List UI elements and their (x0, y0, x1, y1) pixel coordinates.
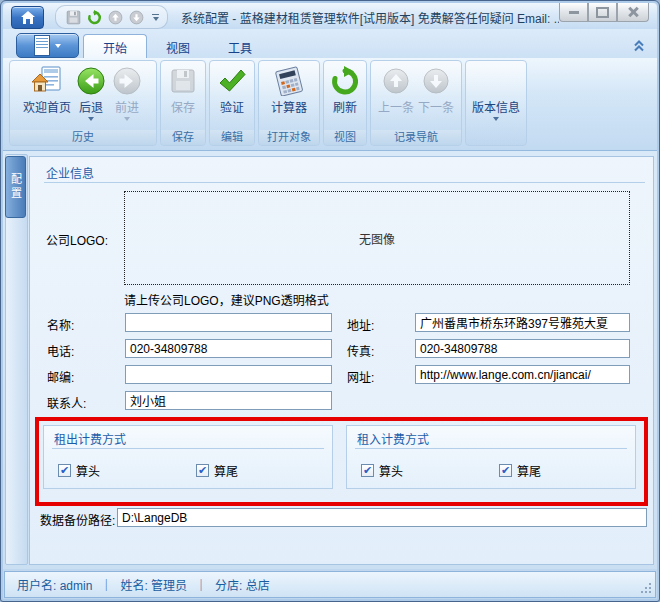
home-icon (21, 11, 35, 24)
contact-field[interactable] (125, 391, 332, 410)
checkbox-icon: ✔ (58, 464, 71, 477)
up-circle-icon (380, 65, 412, 97)
status-separator: ｜ (100, 576, 112, 593)
quick-up-button[interactable] (106, 8, 124, 26)
collapse-ribbon-button[interactable] (633, 38, 645, 56)
name-label: 名称: (47, 316, 74, 333)
titlebar: 系统配置 - 蓝格建材租赁管理软件[试用版本] 免费解答任何疑问 Email: … (3, 3, 657, 29)
button-label: 刷新 (333, 98, 357, 115)
quick-save-button[interactable] (64, 8, 82, 26)
backup-path-field[interactable] (117, 508, 647, 527)
group-divider (355, 448, 627, 449)
checkbox-label: 算头 (76, 462, 100, 479)
group-divider (52, 448, 324, 449)
company-logo-dropzone[interactable]: 无图像 (124, 191, 630, 285)
rent-in-count-head-checkbox[interactable]: ✔ 算头 (361, 462, 403, 479)
status-realname: 姓名: 管理员 (120, 576, 187, 593)
group-caption-save: 保存 (161, 130, 205, 145)
logo-upload-hint: 请上传公司LOGO，建议PNG透明格式 (124, 291, 329, 308)
button-label: 保存 (171, 98, 195, 115)
up-circle-icon (108, 10, 123, 25)
company-logo-label: 公司LOGO: (46, 231, 108, 248)
rent-out-count-tail-checkbox[interactable]: ✔ 算尾 (196, 462, 238, 479)
next-record-button[interactable]: 下一条 (416, 64, 456, 116)
green-check-icon (216, 65, 248, 97)
button-label: 计算器 (271, 98, 307, 115)
checkbox-label: 算尾 (517, 462, 541, 479)
group-title: 租出计费方式 (54, 430, 126, 447)
maximize-button[interactable] (588, 3, 617, 22)
button-label: 前进 (115, 98, 139, 115)
fax-field[interactable] (415, 339, 630, 358)
verify-button[interactable]: 验证 (214, 64, 250, 116)
group-caption-version (466, 130, 526, 145)
button-label: 验证 (220, 98, 244, 115)
tab-view[interactable]: 视图 (147, 34, 209, 58)
status-separator: ｜ (195, 576, 207, 593)
double-chevron-up-icon (633, 40, 645, 52)
side-panel-tab[interactable]: 配置 (5, 156, 26, 218)
quick-down-button[interactable] (127, 8, 145, 26)
enterprise-info-panel: 企业信息 公司LOGO: 无图像 请上传公司LOGO，建议PNG透明格式 名称:… (29, 156, 654, 565)
minimize-button[interactable] (559, 3, 588, 22)
address-field[interactable] (415, 313, 630, 332)
checkbox-label: 算头 (379, 462, 403, 479)
welcome-home-button[interactable]: 欢迎首页 (21, 64, 73, 116)
refresh-button[interactable]: 刷新 (327, 64, 363, 116)
app-menu-button[interactable] (16, 33, 79, 58)
customize-toolbar-caret[interactable] (152, 14, 159, 21)
button-label: 上一条 (378, 98, 414, 115)
status-branch: 分店: 总店 (215, 576, 270, 593)
rent-in-count-tail-checkbox[interactable]: ✔ 算尾 (499, 462, 541, 479)
quick-refresh-button[interactable] (85, 8, 103, 26)
rent-out-count-head-checkbox[interactable]: ✔ 算头 (58, 462, 100, 479)
rent-in-billing-group: 租入计费方式 ✔ 算头 ✔ 算尾 (346, 425, 636, 489)
group-caption-open-objects: 打开对象 (259, 130, 319, 145)
window-controls (559, 3, 649, 22)
ribbon-group-open-objects: 计算器 打开对象 (258, 60, 320, 146)
ribbon-group-view: 刷新 视图 (323, 60, 367, 146)
calculator-button[interactable]: 计算器 (269, 64, 309, 116)
tab-tools[interactable]: 工具 (209, 34, 271, 58)
group-caption-view: 视图 (324, 130, 366, 145)
group-caption-record-nav: 记录导航 (371, 130, 461, 145)
phone-label: 电话: (47, 342, 74, 359)
app-window: 系统配置 - 蓝格建材租赁管理软件[试用版本] 免费解答任何疑问 Email: … (0, 0, 660, 602)
zip-field[interactable] (125, 365, 332, 384)
ribbon-tabs: 开始 视图 工具 (83, 34, 271, 58)
ribbon: 欢迎首页 后退 (3, 58, 657, 151)
phone-field[interactable] (125, 339, 332, 358)
refresh-icon (329, 65, 361, 97)
website-label: 网址: (347, 368, 374, 385)
checkbox-label: 算尾 (214, 462, 238, 479)
website-field[interactable] (415, 365, 630, 384)
dropdown-caret-icon (124, 117, 130, 121)
ribbon-group-history: 欢迎首页 后退 (9, 60, 157, 146)
ribbon-group-save: 保存 保存 (160, 60, 206, 146)
save-icon (66, 10, 81, 25)
group-caption-edit: 编辑 (210, 130, 254, 145)
checkbox-icon: ✔ (499, 464, 512, 477)
resize-grip[interactable] (638, 580, 652, 594)
name-field[interactable] (125, 313, 332, 332)
previous-record-button[interactable]: 上一条 (376, 64, 416, 116)
back-button[interactable]: 后退 (73, 64, 109, 122)
version-info-button[interactable]: 版本信息 (470, 64, 522, 122)
dropdown-caret-icon (88, 117, 94, 121)
save-button[interactable]: 保存 (165, 64, 201, 116)
section-title: 企业信息 (46, 164, 94, 181)
close-button[interactable] (617, 3, 649, 22)
dropdown-caret-icon (493, 117, 499, 121)
forward-button[interactable]: 前进 (109, 64, 145, 122)
button-label: 下一条 (418, 98, 454, 115)
contact-label: 联系人: (47, 394, 86, 411)
home-button[interactable] (11, 6, 44, 29)
close-icon (628, 7, 638, 17)
tab-start[interactable]: 开始 (83, 34, 147, 58)
group-caption-history: 历史 (10, 130, 156, 145)
calculator-icon (273, 65, 305, 97)
back-arrow-icon (75, 65, 107, 97)
backup-path-label: 数据备份路径: (40, 511, 115, 528)
forward-arrow-icon (111, 65, 143, 97)
status-username: 用户名: admin (17, 576, 92, 593)
